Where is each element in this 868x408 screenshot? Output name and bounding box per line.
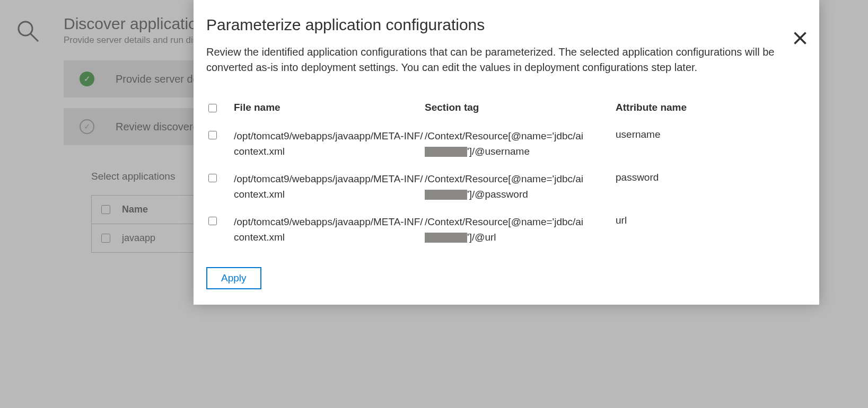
close-icon [793,31,808,46]
redacted-mask [425,190,467,200]
attribute-name: url [616,215,748,226]
panel-description: Review the identified application config… [206,45,794,75]
select-config-checkbox[interactable] [208,174,217,182]
redacted-mask [425,147,467,157]
section-tag: /Context/Resource[@name='jdbc/ai']/@pass… [425,172,616,202]
table-row: /opt/tomcat9/webapps/javaapp/META-INF/co… [206,166,794,207]
col-header-section: Section tag [425,102,616,113]
config-table: File name Section tag Attribute name /op… [206,96,794,250]
apply-button[interactable]: Apply [206,267,261,289]
close-button[interactable] [791,29,810,48]
table-row: /opt/tomcat9/webapps/javaapp/META-INF/co… [206,209,794,250]
attribute-name: password [616,172,748,183]
parameterize-panel: Parameterize application configurations … [194,0,819,305]
file-name: /opt/tomcat9/webapps/javaapp/META-INF/co… [234,129,425,159]
file-name: /opt/tomcat9/webapps/javaapp/META-INF/co… [234,172,425,202]
section-tag: /Context/Resource[@name='jdbc/ai']/@url [425,215,616,245]
section-tag: /Context/Resource[@name='jdbc/ai']/@user… [425,129,616,159]
select-all-configs-checkbox[interactable] [208,104,217,112]
col-header-attr: Attribute name [616,102,748,113]
attribute-name: username [616,129,748,140]
panel-title: Parameterize application configurations [206,16,794,34]
redacted-mask [425,233,467,243]
file-name: /opt/tomcat9/webapps/javaapp/META-INF/co… [234,215,425,245]
select-config-checkbox[interactable] [208,131,217,139]
col-header-filename: File name [234,102,425,113]
table-row: /opt/tomcat9/webapps/javaapp/META-INF/co… [206,123,794,164]
select-config-checkbox[interactable] [208,217,217,225]
